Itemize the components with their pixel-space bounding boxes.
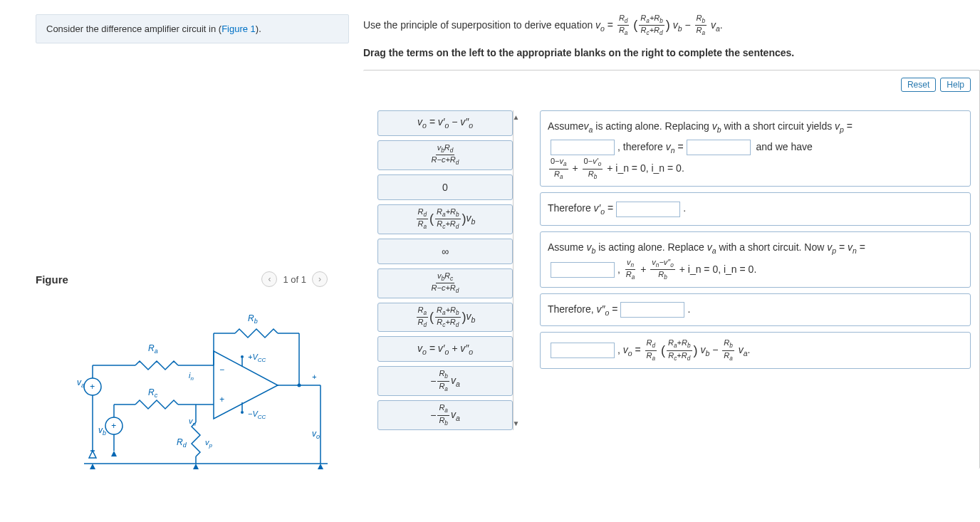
svg-marker-47 [318, 464, 323, 469]
text: + i_n = 0, i_n = 0. [677, 263, 756, 274]
svg-text:−: − [219, 365, 224, 375]
svg-text:Ra: Ra [148, 343, 158, 355]
svg-marker-45 [111, 451, 117, 456]
drop-blank[interactable] [551, 262, 615, 278]
drag-term[interactable]: 0 [377, 174, 513, 200]
svg-text:Rb: Rb [248, 313, 258, 325]
svg-point-26 [241, 355, 244, 358]
drop-blank[interactable] [620, 302, 684, 318]
instruction-prefix: Use the principle of superposition to de… [363, 19, 595, 31]
scroll-down-icon[interactable]: ▼ [513, 419, 520, 427]
svg-text:+: + [90, 382, 95, 392]
text: Assume [548, 241, 586, 253]
drag-term[interactable]: − RbRa va [377, 366, 513, 396]
target-sentence: , vo = RdRa (Ra+RbRc+Rd) vb − RbRa va. [540, 332, 971, 369]
reset-button[interactable]: Reset [901, 78, 936, 92]
text: = [844, 120, 853, 132]
text: + i_n = 0, i_n = 0. [604, 162, 684, 174]
svg-marker-46 [193, 464, 199, 469]
svg-text:Rd: Rd [177, 437, 187, 449]
svg-marker-22 [214, 351, 278, 419]
drag-term[interactable]: vbRcR−c+Rd [377, 268, 513, 298]
chevron-right-icon[interactable]: › [312, 271, 328, 287]
target-sentence: Assumeva is acting alone. Replacing vb w… [540, 110, 971, 187]
help-button[interactable]: Help [940, 78, 971, 92]
text: is acting alone. Replacing [593, 120, 711, 132]
svg-text:vp: vp [205, 438, 213, 449]
text: , therefore [617, 141, 666, 152]
figure-link[interactable]: Figure 1 [221, 24, 256, 34]
term-scrollbar[interactable]: ▲ ▼ [513, 110, 518, 430]
text: and we have [754, 141, 813, 152]
drop-blank[interactable] [551, 140, 615, 155]
figure-pager: ‹ 1 of 1 › [261, 271, 328, 287]
drag-term[interactable]: RdRa (Ra+RbRc+Rd)vb [377, 204, 513, 234]
term-list: vo = v′o − v″o vbRdR−c+Rd 0 RdRa (Ra+RbR… [377, 110, 513, 430]
pager-text: 1 of 1 [283, 274, 306, 285]
target-sentence: Assume vb is acting alone. Replace va wi… [540, 231, 971, 288]
svg-text:+: + [312, 372, 317, 381]
instruction-equation: Use the principle of superposition to de… [363, 14, 980, 37]
svg-text:−VCC: −VCC [248, 409, 266, 420]
scroll-up-icon[interactable]: ▲ [513, 113, 520, 121]
svg-text:+: + [219, 395, 224, 404]
target-sentence: Therefore v′o =. [540, 192, 971, 226]
drag-instruction: Drag the terms on the left to the approp… [363, 47, 980, 58]
drag-term[interactable]: vo = v′o + v″o [377, 336, 513, 362]
drop-blank[interactable] [616, 202, 680, 217]
text: Therefore, v″o = [548, 303, 617, 315]
text: Assume [548, 120, 584, 132]
text: with a short circuit. Now [716, 241, 828, 253]
svg-text:+VCC: +VCC [248, 353, 266, 363]
svg-point-37 [298, 384, 301, 387]
svg-marker-42 [89, 451, 96, 458]
text: is acting alone. Replace [595, 241, 707, 253]
text: with a short circuit yields [721, 120, 835, 132]
svg-text:in: in [189, 371, 194, 382]
figure-title: Figure [36, 273, 68, 286]
target-list: Assumeva is acting alone. Replacing vb w… [540, 110, 971, 430]
svg-marker-44 [90, 464, 95, 469]
circuit-diagram: .w{stroke:#0066b3;stroke-width:1.5;fill:… [64, 308, 349, 474]
text: = [836, 241, 848, 253]
problem-prompt: Consider the difference amplifier circui… [36, 14, 349, 43]
drag-term[interactable]: vo = v′o − v″o [377, 110, 513, 136]
drop-blank[interactable] [551, 343, 615, 358]
svg-point-29 [241, 411, 244, 414]
drag-term[interactable]: RaRd (Ra+RbRc+Rd)vb [377, 303, 513, 333]
svg-text:+: + [111, 421, 116, 431]
prompt-prefix: Consider the difference amplifier circui… [46, 24, 221, 34]
svg-text:Rc: Rc [148, 387, 158, 399]
text: Therefore v′o = [548, 202, 613, 214]
drag-term[interactable]: − RaRb va [377, 400, 513, 430]
drag-term[interactable]: ∞ [377, 239, 513, 264]
drag-drop-panel: Reset Help vo = v′o − v″o vbRdR−c+Rd 0 R… [363, 70, 980, 469]
drop-blank[interactable] [687, 140, 751, 155]
svg-text:va: va [77, 377, 85, 389]
prompt-suffix: ). [256, 24, 261, 34]
text: = [857, 241, 865, 253]
chevron-left-icon[interactable]: ‹ [261, 271, 277, 287]
svg-text:vo: vo [312, 429, 320, 440]
target-sentence: Therefore, v″o =. [540, 293, 971, 327]
drag-term[interactable]: vbRdR−c+Rd [377, 140, 513, 170]
